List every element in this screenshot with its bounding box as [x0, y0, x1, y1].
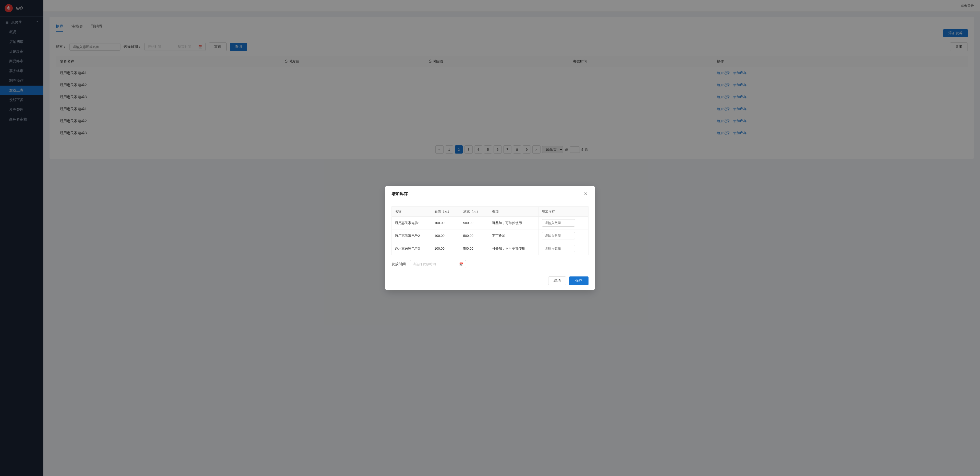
modal-close-button[interactable]: ✕	[582, 191, 589, 197]
modal-col-name: 名称	[392, 207, 431, 217]
modal-header: 增加库存 ✕	[385, 186, 595, 201]
modal-body: 名称 面值（元） 满减（元） 叠加 增加库存 通用惠民家电券1 100.00 5…	[385, 201, 595, 273]
modal-cell-name: 通用惠民家电券1	[392, 217, 431, 230]
save-button[interactable]: 保存	[569, 276, 589, 285]
modal-cell-stack: 不可叠加	[489, 230, 539, 242]
cancel-button[interactable]: 取消	[548, 276, 566, 285]
modal-table-row: 通用惠民家电券2 100.00 500.00 不可叠加	[392, 230, 589, 242]
modal-cell-min-deduct: 500.00	[460, 242, 489, 255]
release-time-picker[interactable]: 请选择发放时间 📅	[410, 260, 466, 268]
modal-cell-name: 通用惠民家电券2	[392, 230, 431, 242]
modal-cell-min-deduct: 500.00	[460, 230, 489, 242]
modal-overlay: 增加库存 ✕ 名称 面值（元） 满减（元） 叠加 增加库存 通用惠民家电券1 1…	[0, 0, 980, 476]
release-time-placeholder: 请选择发放时间	[413, 262, 436, 267]
modal-cell-stack: 可叠加，不可单独使用	[489, 242, 539, 255]
modal-cell-stock-input[interactable]	[539, 230, 589, 242]
modal-table: 名称 面值（元） 满减（元） 叠加 增加库存 通用惠民家电券1 100.00 5…	[391, 206, 589, 255]
modal-col-min-deduct: 满减（元）	[460, 207, 489, 217]
stock-quantity-input[interactable]	[542, 232, 575, 240]
modal-cell-face-value: 100.00	[431, 242, 460, 255]
modal-cell-stack: 可叠加，可单独使用	[489, 217, 539, 230]
modal-cell-name: 通用惠民家电券3	[392, 242, 431, 255]
stock-quantity-input[interactable]	[542, 219, 575, 227]
modal-col-stack: 叠加	[489, 207, 539, 217]
add-stock-modal: 增加库存 ✕ 名称 面值（元） 满减（元） 叠加 增加库存 通用惠民家电券1 1…	[385, 186, 595, 290]
release-time-field: 发放时间 请选择发放时间 📅	[391, 260, 589, 268]
modal-cell-min-deduct: 500.00	[460, 217, 489, 230]
modal-footer: 取消 保存	[385, 273, 595, 290]
modal-table-row: 通用惠民家电券1 100.00 500.00 可叠加，可单独使用	[392, 217, 589, 230]
calendar-icon-modal: 📅	[459, 262, 463, 266]
modal-col-face-value: 面值（元）	[431, 207, 460, 217]
stock-quantity-input[interactable]	[542, 245, 575, 252]
modal-table-row: 通用惠民家电券3 100.00 500.00 可叠加，不可单独使用	[392, 242, 589, 255]
release-time-label: 发放时间	[391, 262, 407, 267]
modal-col-add-stock: 增加库存	[539, 207, 589, 217]
modal-cell-stock-input[interactable]	[539, 242, 589, 255]
modal-cell-face-value: 100.00	[431, 217, 460, 230]
modal-cell-face-value: 100.00	[431, 230, 460, 242]
modal-cell-stock-input[interactable]	[539, 217, 589, 230]
modal-title: 增加库存	[391, 192, 408, 197]
